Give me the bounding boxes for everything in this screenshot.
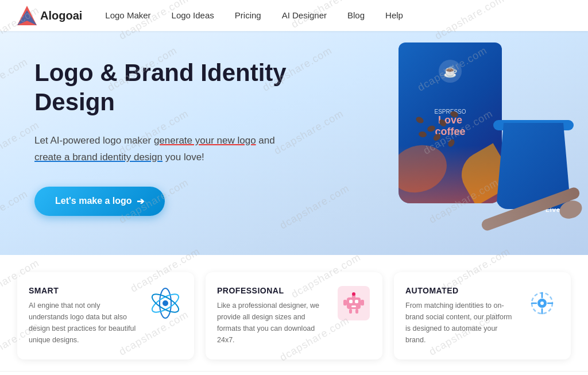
logo-icon [17,6,37,25]
svg-rect-8 [355,300,358,303]
features-section: SMART AI engine that not only understand… [0,255,588,371]
nav-help[interactable]: Help [385,10,403,20]
atom-svg [149,287,181,319]
svg-point-18 [540,301,544,305]
feature-card-professional: PROFESSIONAL Like a professional designe… [206,272,382,359]
feature-professional-desc: Like a professional designer, we provide… [217,300,327,346]
automated-icon [525,286,559,320]
logo-link[interactable]: Alogoai [17,6,82,25]
feature-automated-desc: From matching identities to on-brand soc… [405,300,516,346]
feature-automated-title: AUTOMATED [405,286,516,295]
feature-card-professional-content: PROFESSIONAL Like a professional designe… [217,286,327,346]
svg-rect-15 [355,309,358,314]
subtitle-text2: and [256,135,275,146]
nav-pricing[interactable]: Pricing [235,10,261,20]
logo-text: Alogoai [40,9,82,22]
navbar: Alogoai Logo Maker Logo Ideas Pricing AI… [0,0,588,31]
hero-content: Logo & Brand Identity Design Let AI-powe… [34,59,368,216]
feature-card-automated-content: AUTOMATED From matching identities to on… [405,286,516,346]
hero-title: Logo & Brand Identity Design [34,59,368,117]
bag-icon: ☕ [439,60,462,83]
nav-logo-ideas[interactable]: Logo Ideas [172,10,214,20]
stats-bar: LogoAi has helped 2,838,342 businesses c… [0,371,588,375]
nav-blog[interactable]: Blog [347,10,365,20]
hero-section: Logo & Brand Identity Design Let AI-powe… [0,31,588,255]
robot-svg [343,292,364,315]
feature-card-smart-content: SMART AI engine that not only understand… [29,286,139,346]
smart-icon [148,286,183,320]
subtitle-text3: you love! [163,152,204,163]
automation-svg [526,287,558,319]
coffee-bag: ESPRESSO Love coffee ☕ [399,42,502,203]
arrow-icon: ➔ [137,196,144,207]
svg-rect-12 [343,300,347,306]
subtitle-text1: Let AI-powered logo maker [34,135,154,146]
cta-button[interactable]: Let's make a logo ➔ [34,187,165,216]
subtitle-link2: create a brand identity design [34,152,163,163]
feature-card-automated: AUTOMATED From matching identities to on… [394,272,571,359]
professional-icon [336,286,371,320]
subtitle-link1: generate your new logo [154,135,256,146]
nav-links: Logo Maker Logo Ideas Pricing AI Designe… [105,10,403,21]
nav-logo-maker[interactable]: Logo Maker [105,10,150,20]
svg-rect-9 [351,306,356,307]
feature-smart-desc: AI engine that not only understands logo… [29,300,139,346]
feature-card-smart: SMART AI engine that not only understand… [17,272,194,359]
hero-subtitle: Let AI-powered logo maker generate your … [34,133,310,166]
feature-professional-title: PROFESSIONAL [217,286,327,295]
svg-point-11 [352,292,355,296]
cta-label: Let's make a logo [55,196,132,206]
svg-rect-13 [361,300,364,306]
nav-ai-designer[interactable]: AI Designer [282,10,327,20]
feature-smart-title: SMART [29,286,139,295]
robot-icon-shape [338,286,370,320]
svg-rect-7 [349,300,353,303]
svg-point-5 [163,300,168,306]
svg-rect-14 [349,309,352,314]
